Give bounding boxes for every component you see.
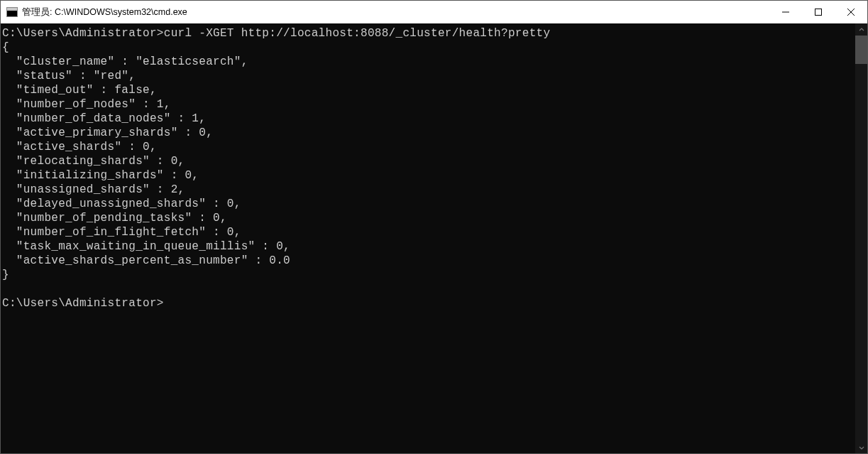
json-close-brace: }	[2, 269, 9, 281]
json-line: "number_of_in_flight_fetch" : 0,	[2, 226, 241, 239]
close-button[interactable]	[835, 1, 867, 23]
scroll-up-button[interactable]	[855, 23, 867, 36]
json-line: "active_primary_shards" : 0,	[2, 126, 213, 139]
terminal-area: C:\Users\Administrator>curl -XGET http:/…	[1, 23, 867, 453]
json-line: "relocating_shards" : 0,	[2, 155, 185, 168]
titlebar-left: 管理员: C:\WINDOWS\system32\cmd.exe	[1, 1, 187, 23]
json-line: "initializing_shards" : 0,	[2, 169, 199, 182]
json-line: "number_of_data_nodes" : 1,	[2, 112, 206, 125]
json-line: "active_shards_percent_as_number" : 0.0	[2, 254, 290, 267]
json-line: "active_shards" : 0,	[2, 141, 157, 153]
json-line: "timed_out" : false,	[2, 84, 157, 97]
prompt: C:\Users\Administrator>	[2, 297, 164, 310]
minimize-icon	[782, 9, 789, 16]
window-title: 管理员: C:\WINDOWS\system32\cmd.exe	[22, 6, 187, 18]
scrollbar-thumb[interactable]	[855, 36, 867, 64]
json-line: "cluster_name" : "elasticsearch",	[2, 55, 248, 68]
scroll-down-button[interactable]	[855, 441, 867, 453]
cmd-icon	[6, 6, 18, 18]
svg-rect-1	[815, 9, 822, 16]
prompt: C:\Users\Administrator>	[2, 27, 164, 40]
titlebar[interactable]: 管理员: C:\WINDOWS\system32\cmd.exe	[1, 1, 867, 23]
terminal-output[interactable]: C:\Users\Administrator>curl -XGET http:/…	[1, 23, 855, 453]
caret-up-icon	[859, 27, 864, 33]
caret-down-icon	[859, 445, 864, 450]
json-line: "unassigned_shards" : 2,	[2, 183, 185, 196]
json-line: "number_of_pending_tasks" : 0,	[2, 212, 227, 225]
json-line: "task_max_waiting_in_queue_millis" : 0,	[2, 240, 290, 253]
window-controls	[769, 1, 867, 23]
json-line: "delayed_unassigned_shards" : 0,	[2, 198, 241, 210]
vertical-scrollbar[interactable]	[855, 23, 867, 453]
command-text: curl -XGET http://localhost:8088/_cluste…	[164, 27, 551, 40]
json-line: "status" : "red",	[2, 70, 136, 82]
minimize-button[interactable]	[769, 1, 802, 23]
maximize-icon	[815, 9, 822, 16]
json-line: "number_of_nodes" : 1,	[2, 98, 171, 111]
cmd-window: 管理员: C:\WINDOWS\system32\cmd.exe C:\User…	[0, 0, 868, 454]
close-icon	[847, 9, 855, 16]
json-open-brace: {	[2, 41, 9, 54]
maximize-button[interactable]	[802, 1, 835, 23]
